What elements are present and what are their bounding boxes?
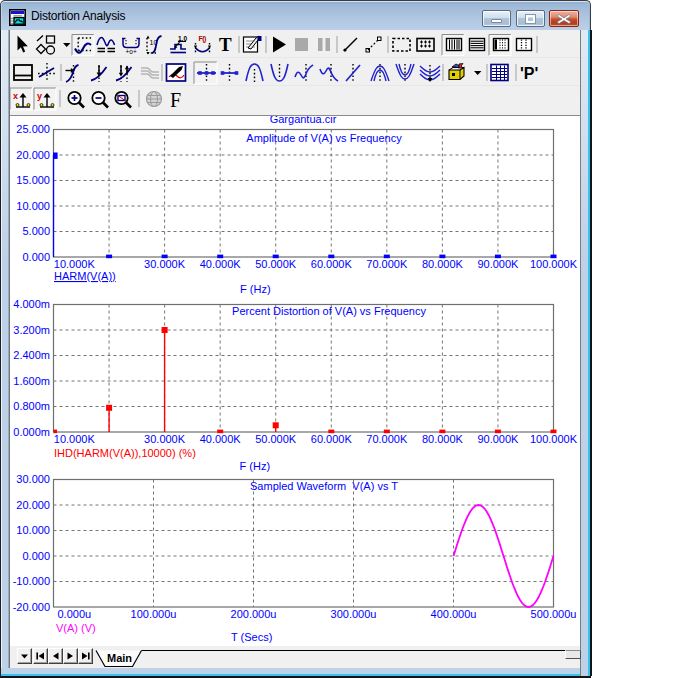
svg-text:25.000: 25.000 (16, 123, 50, 135)
svg-text:20.000: 20.000 (16, 149, 50, 161)
svg-text:-10.000: -10.000 (13, 575, 50, 587)
svg-text:0.000m: 0.000m (13, 426, 50, 438)
svg-text:1.600m: 1.600m (13, 375, 50, 387)
svg-text:Sampled Waveform V(A) vs T: Sampled Waveform V(A) vs T (250, 480, 398, 492)
svg-text:60.000K: 60.000K (311, 433, 353, 445)
svg-text:Percent Distortion of V(A) vs: Percent Distortion of V(A) vs Frequency (232, 305, 426, 317)
svg-text:90.000K: 90.000K (477, 433, 519, 445)
svg-text:100.000K: 100.000K (530, 258, 578, 270)
svg-text:+o+: +o+ (126, 48, 137, 55)
svg-text:IHD(HARM(V(A)),10000) (%): IHD(HARM(V(A)),10000) (%) (54, 447, 196, 459)
svg-text:30.000K: 30.000K (144, 258, 186, 270)
svg-text:100.000u: 100.000u (131, 608, 177, 620)
svg-text:5.000: 5.000 (22, 225, 50, 237)
svg-text:70.000K: 70.000K (366, 433, 408, 445)
svg-text:'P': 'P' (520, 65, 538, 82)
svg-text:0.800m: 0.800m (13, 400, 50, 412)
svg-text:15.000: 15.000 (16, 174, 50, 186)
svg-text:HARM(V(A)): HARM(V(A)) (54, 270, 116, 282)
svg-text:90.000K: 90.000K (477, 258, 519, 270)
svg-text:50.000K: 50.000K (255, 258, 297, 270)
svg-text:Main: Main (107, 652, 132, 664)
svg-text:0.000: 0.000 (22, 550, 50, 562)
svg-text:10.000K: 10.000K (54, 433, 96, 445)
svg-text:200.000u: 200.000u (231, 608, 277, 620)
svg-text:10.000: 10.000 (16, 524, 50, 536)
svg-text:F (Hz): F (Hz) (240, 460, 271, 472)
svg-text:50.000K: 50.000K (255, 433, 297, 445)
svg-text:30.000K: 30.000K (144, 433, 186, 445)
svg-text:-20.000: -20.000 (13, 601, 50, 613)
svg-text:2.400m: 2.400m (13, 349, 50, 361)
svg-text:1.0: 1.0 (178, 35, 187, 42)
svg-text:500.000u: 500.000u (531, 608, 577, 620)
svg-text:10.000: 10.000 (16, 200, 50, 212)
svg-text:80.000K: 80.000K (422, 258, 464, 270)
svg-text:x: x (13, 91, 18, 101)
svg-text:Amplitude of V(A) vs Frequency: Amplitude of V(A) vs Frequency (246, 132, 402, 144)
svg-text:0.000u: 0.000u (58, 608, 92, 620)
svg-text:20.000: 20.000 (16, 499, 50, 511)
svg-text:40.000K: 40.000K (200, 258, 242, 270)
svg-text:0.000: 0.000 (22, 251, 50, 263)
svg-text:70.000K: 70.000K (366, 258, 408, 270)
svg-text:400.000u: 400.000u (431, 608, 477, 620)
svg-text:10.000K: 10.000K (54, 258, 96, 270)
svg-text:60.000K: 60.000K (311, 258, 353, 270)
svg-text:F(): F() (199, 35, 207, 43)
svg-text:y: y (37, 91, 42, 101)
svg-text:Gargantua.cir: Gargantua.cir (270, 116, 337, 125)
svg-text:80.000K: 80.000K (422, 433, 464, 445)
svg-text:F (Hz): F (Hz) (240, 283, 271, 295)
svg-text:100.000K: 100.000K (530, 433, 578, 445)
svg-text:300.000u: 300.000u (331, 608, 377, 620)
svg-text:T (Secs): T (Secs) (231, 631, 272, 643)
svg-text:T: T (219, 34, 232, 55)
svg-text:40.000K: 40.000K (200, 433, 242, 445)
svg-text:3.200m: 3.200m (13, 324, 50, 336)
svg-text:4.000m: 4.000m (13, 298, 50, 310)
svg-text:V(A) (V): V(A) (V) (56, 622, 96, 634)
svg-text:F: F (170, 89, 181, 111)
svg-text:30.000: 30.000 (16, 473, 50, 485)
